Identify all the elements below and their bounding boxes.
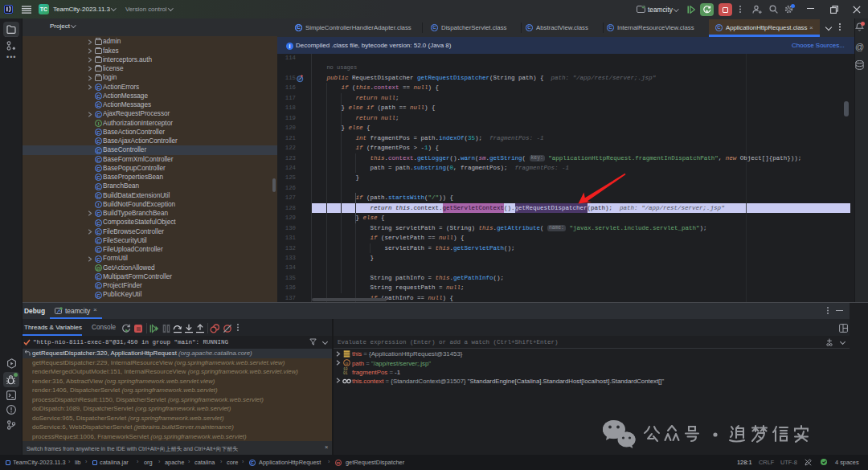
svg-text:p: p <box>346 361 349 366</box>
